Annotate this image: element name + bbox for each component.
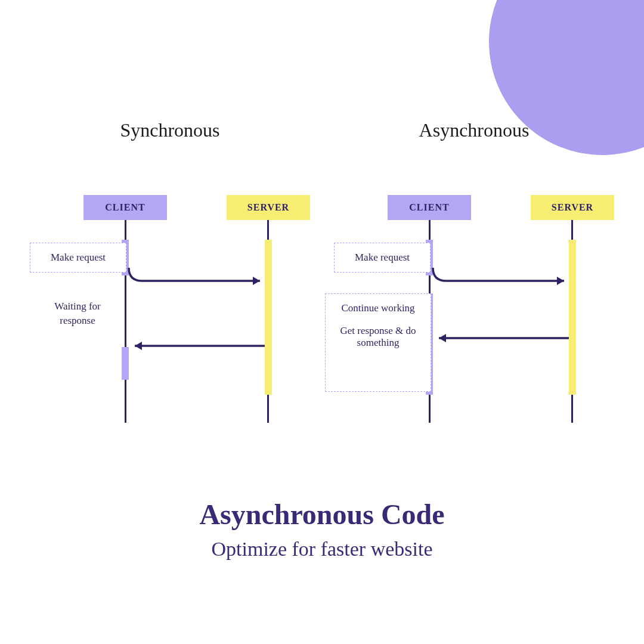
sync-server-box: SERVER	[227, 195, 310, 220]
async-continue-label: Continue working	[341, 302, 414, 314]
sync-server-activation	[265, 240, 272, 395]
async-server-activation	[569, 240, 576, 395]
footer-subtitle: Optimize for faster website	[0, 538, 644, 561]
async-client-box: CLIENT	[388, 195, 471, 220]
sync-make-request-box: Make request	[30, 243, 126, 273]
async-getresponse-label: Get response & do something	[339, 325, 417, 349]
async-title: Asynchronous	[325, 119, 623, 141]
async-sequence: CLIENT SERVER Make request Continue work…	[325, 195, 623, 434]
sync-response-arrow-icon	[128, 337, 266, 355]
sync-request-arrow-icon	[128, 267, 266, 290]
asynchronous-diagram: Asynchronous CLIENT SERVER Make request …	[325, 119, 623, 434]
synchronous-diagram: Synchronous CLIENT SERVER Make request W…	[21, 119, 319, 434]
sync-make-request-label: Make request	[51, 252, 106, 264]
sync-title: Synchronous	[21, 119, 319, 141]
diagrams-container: Synchronous CLIENT SERVER Make request W…	[0, 119, 644, 434]
async-continue-box: Continue working Get response & do somet…	[325, 293, 431, 392]
async-server-box: SERVER	[531, 195, 614, 220]
async-make-request-box: Make request	[334, 243, 431, 273]
async-response-arrow-icon	[432, 329, 570, 347]
sync-sequence: CLIENT SERVER Make request Waiting for r…	[21, 195, 319, 434]
sync-client-box: CLIENT	[83, 195, 167, 220]
footer: Asynchronous Code Optimize for faster we…	[0, 498, 644, 561]
sync-waiting-label: Waiting for response	[36, 299, 119, 328]
footer-title: Asynchronous Code	[0, 498, 644, 531]
async-make-request-label: Make request	[355, 252, 410, 264]
async-request-arrow-icon	[432, 267, 570, 290]
